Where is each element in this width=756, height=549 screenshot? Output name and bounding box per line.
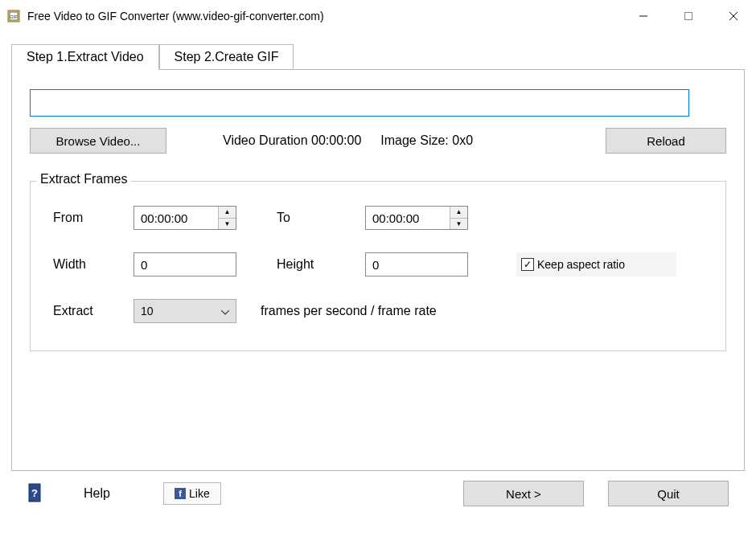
to-down-icon[interactable]: ▼: [450, 219, 467, 230]
height-input[interactable]: [365, 252, 468, 277]
width-label: Width: [45, 257, 134, 272]
to-time-input[interactable]: 00:00:00 ▲ ▼: [365, 206, 468, 230]
facebook-icon: f: [175, 488, 186, 499]
tab-page-step1: Browse Video... Video Duration 00:00:00 …: [11, 69, 745, 471]
height-label: Height: [277, 257, 365, 272]
titlebar: GIF Free Video to GIF Converter (www.vid…: [0, 0, 756, 32]
help-icon[interactable]: ?: [27, 482, 43, 505]
svg-text:GIF: GIF: [10, 14, 18, 19]
minimize-button[interactable]: [621, 0, 666, 32]
tab-strip: Step 1.Extract Video Step 2.Create GIF: [11, 43, 745, 69]
video-info: Video Duration 00:00:00 Image Size: 0x0: [223, 133, 473, 148]
imagesize-info: Image Size: 0x0: [380, 133, 473, 148]
help-link[interactable]: Help: [84, 486, 110, 501]
like-button[interactable]: f Like: [163, 482, 221, 505]
content-area: Step 1.Extract Video Step 2.Create GIF B…: [0, 32, 756, 514]
from-up-icon[interactable]: ▲: [219, 207, 236, 219]
window-title: Free Video to GIF Converter (www.video-g…: [27, 10, 621, 23]
app-icon: GIF: [6, 9, 21, 23]
svg-rect-4: [685, 13, 692, 20]
next-button[interactable]: Next >: [463, 481, 584, 506]
keep-aspect-checkbox[interactable]: ✓ Keep aspect ratio: [516, 252, 676, 277]
svg-text:?: ?: [31, 487, 38, 499]
extract-frames-legend: Extract Frames: [37, 172, 130, 186]
tab-step1[interactable]: Step 1.Extract Video: [11, 44, 159, 70]
checkmark-icon: ✓: [521, 258, 534, 271]
to-label: To: [277, 211, 365, 225]
width-input[interactable]: [134, 252, 236, 277]
extract-label: Extract: [45, 304, 134, 318]
reload-button[interactable]: Reload: [606, 128, 726, 154]
from-time-input[interactable]: 00:00:00 ▲ ▼: [134, 206, 236, 230]
bottom-bar: ? Help f Like Next > Quit: [11, 471, 745, 506]
browse-video-button[interactable]: Browse Video...: [30, 128, 166, 154]
from-down-icon[interactable]: ▼: [219, 219, 236, 230]
close-button[interactable]: [711, 0, 756, 32]
framerate-suffix: frames per second / frame rate: [261, 304, 437, 318]
to-up-icon[interactable]: ▲: [450, 207, 467, 219]
extract-frames-group: Extract Frames From 00:00:00 ▲ ▼ To 00:0…: [30, 181, 726, 351]
chevron-down-icon: [221, 305, 229, 318]
quit-button[interactable]: Quit: [608, 481, 729, 506]
window-controls: [621, 0, 756, 32]
tab-step2[interactable]: Step 2.Create GIF: [159, 44, 294, 69]
framerate-select[interactable]: 10: [134, 299, 236, 323]
from-label: From: [45, 211, 134, 225]
duration-info: Video Duration 00:00:00: [223, 133, 361, 148]
video-path-input[interactable]: [30, 89, 689, 117]
maximize-button[interactable]: [666, 0, 711, 32]
